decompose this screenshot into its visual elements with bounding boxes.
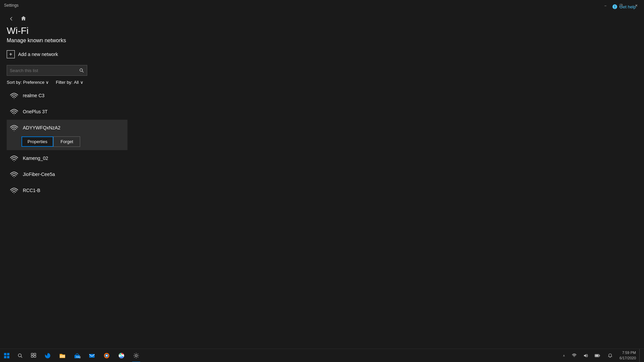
network-action-buttons: Properties Forget (7, 134, 127, 150)
network-item[interactable]: Kameng_02 (7, 150, 127, 166)
taskview-icon (31, 353, 36, 358)
svg-point-28 (135, 355, 137, 357)
taskbar-edge-button[interactable] (40, 349, 55, 362)
tray-expand-button[interactable]: ∧ (560, 354, 568, 357)
forget-button[interactable]: Forget (53, 136, 80, 147)
wifi-icon (9, 91, 19, 100)
svg-point-12 (18, 354, 21, 357)
breadcrumb (21, 16, 26, 22)
filter-row: Sort by: Preference ∨ Filter by: All ∨ (7, 80, 644, 85)
svg-point-3 (14, 114, 14, 115)
chrome-icon (118, 352, 125, 359)
search-box (7, 65, 87, 76)
sort-label: Sort by: (7, 80, 22, 85)
add-network-label: Add a new network (18, 52, 58, 57)
search-input[interactable] (7, 68, 76, 73)
start-button[interactable] (0, 349, 13, 362)
taskbar-settings-button[interactable] (129, 349, 144, 362)
sort-chevron-icon: ∨ (46, 80, 49, 85)
svg-rect-15 (34, 353, 36, 355)
title-bar: Settings – ❐ ✕ (0, 0, 644, 11)
get-help-icon (612, 4, 618, 9)
svg-rect-17 (34, 356, 36, 357)
taskbar-clock[interactable]: 7:59 PM 6/17/2020 (618, 350, 638, 361)
back-button[interactable] (7, 14, 16, 23)
network-list: realme C3 OnePlus 3T (7, 87, 127, 198)
svg-point-5 (14, 161, 14, 162)
svg-point-7 (14, 193, 14, 194)
wifi-icon (9, 154, 19, 163)
sort-value: Preference (23, 80, 45, 85)
svg-point-29 (574, 357, 574, 357)
taskbar-chrome-button[interactable] (114, 349, 129, 362)
taskbar-wifi-icon[interactable] (569, 353, 579, 358)
svg-rect-9 (7, 353, 9, 355)
search-button[interactable] (76, 65, 87, 76)
sort-dropdown[interactable]: Sort by: Preference ∨ (7, 80, 49, 85)
filter-value: All (74, 80, 78, 85)
wifi-icon (9, 123, 19, 132)
svg-rect-18 (60, 355, 65, 358)
network-item[interactable]: OnePlus 3T (7, 104, 127, 120)
network-item[interactable]: JioFiber-Cee5a (7, 166, 127, 182)
wifi-icon (9, 186, 19, 195)
taskbar: bag (0, 349, 644, 362)
svg-rect-21 (89, 354, 95, 358)
settings-icon (133, 352, 140, 359)
page-title: Wi-Fi (7, 25, 644, 36)
svg-rect-10 (4, 356, 6, 358)
svg-rect-14 (31, 353, 33, 355)
svg-point-4 (14, 130, 14, 131)
svg-point-27 (121, 355, 122, 356)
svg-point-24 (106, 355, 108, 356)
add-icon: + (7, 50, 15, 58)
network-name: Kameng_02 (23, 156, 48, 161)
taskbar-volume-icon[interactable] (581, 353, 591, 358)
taskbar-store-button[interactable]: bag (70, 349, 85, 362)
svg-point-2 (14, 98, 14, 99)
network-name: RCC1-B (23, 188, 40, 193)
store-icon: bag (74, 352, 80, 359)
mail-icon (89, 352, 95, 359)
filter-chevron-icon: ∨ (80, 80, 84, 85)
taskbar-right: ∧ (560, 349, 644, 362)
svg-rect-16 (31, 356, 33, 357)
wifi-icon (9, 170, 19, 179)
network-item[interactable]: RCC1-B (7, 182, 127, 198)
notification-center-button[interactable] (604, 349, 616, 362)
section-title: Manage known networks (7, 38, 644, 44)
properties-button[interactable]: Properties (21, 136, 53, 147)
taskbar-search-button[interactable] (13, 349, 27, 362)
svg-rect-32 (599, 355, 600, 356)
notification-icon (608, 353, 612, 358)
network-name: ADYYWFQxNzA2 (23, 125, 60, 130)
filter-dropdown[interactable]: Filter by: All ∨ (56, 80, 83, 85)
taskbar-battery-icon[interactable] (592, 354, 603, 358)
svg-point-6 (14, 177, 14, 178)
taskbar-taskview-button[interactable] (27, 349, 40, 362)
svg-text:bag: bag (76, 355, 80, 358)
edge-icon (44, 352, 51, 359)
back-arrow-icon (9, 17, 13, 21)
tray-chevron-icon: ∧ (563, 354, 565, 357)
search-icon (79, 68, 84, 73)
home-icon (21, 16, 26, 22)
taskbar-search-icon (17, 353, 23, 358)
taskbar-left: bag (0, 349, 144, 362)
add-network-button[interactable]: + Add a new network (7, 48, 644, 60)
taskbar-mail-button[interactable] (85, 349, 99, 362)
get-help-button[interactable]: Get help (612, 4, 636, 9)
taskbar-fileexplorer-button[interactable] (55, 349, 70, 362)
svg-rect-11 (7, 356, 9, 358)
main-content: Wi-Fi Manage known networks + Add a new … (0, 11, 644, 349)
svg-rect-8 (4, 353, 6, 355)
filter-label: Filter by: (56, 80, 72, 85)
network-item[interactable]: realme C3 (7, 87, 127, 104)
show-desktop-button[interactable] (639, 349, 641, 362)
taskbar-time: 7:59 PM (622, 350, 636, 355)
file-explorer-icon (59, 352, 66, 359)
page-header (7, 11, 644, 25)
network-item-selected[interactable]: ADYYWFQxNzA2 (7, 120, 127, 134)
minimize-button[interactable]: – (598, 0, 613, 11)
taskbar-firefox-button[interactable] (99, 349, 114, 362)
